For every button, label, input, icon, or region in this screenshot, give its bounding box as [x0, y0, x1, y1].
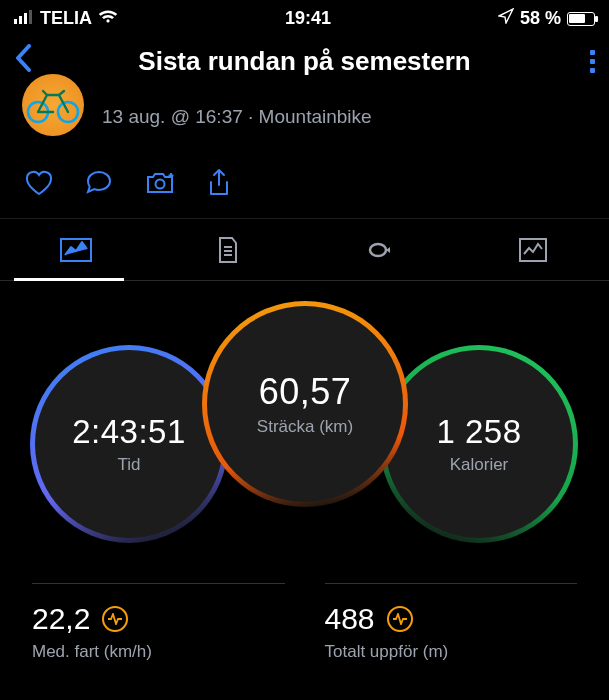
- ascent-value: 488: [325, 602, 375, 636]
- pulse-icon: [387, 606, 413, 632]
- svg-rect-1: [19, 16, 22, 24]
- document-icon: [215, 235, 241, 265]
- time-label: Tid: [118, 455, 141, 475]
- svg-point-6: [156, 180, 165, 189]
- avg-speed-value: 22,2: [32, 602, 90, 636]
- tab-details[interactable]: [152, 219, 304, 280]
- battery-label: 58 %: [520, 8, 561, 29]
- tab-charts[interactable]: [457, 219, 609, 280]
- distance-label: Sträcka (km): [257, 417, 353, 437]
- more-icon: [590, 50, 595, 73]
- avg-speed-label: Med. fart (km/h): [32, 642, 285, 662]
- overview-icon: [59, 237, 93, 263]
- activity-meta: 13 aug. @ 16:37 · Mountainbike: [0, 98, 609, 152]
- bike-icon: [25, 85, 81, 125]
- svg-rect-0: [14, 19, 17, 24]
- summary-circles: 2:43:51 Tid 60,57 Sträcka (km) 1 258 Kal…: [0, 301, 609, 561]
- comment-button[interactable]: [84, 168, 114, 198]
- circle-distance: 60,57 Sträcka (km): [202, 301, 408, 507]
- header: Sista rundan på semestern: [0, 33, 609, 98]
- loop-icon: [364, 238, 398, 262]
- like-button[interactable]: [24, 168, 54, 198]
- tab-overview[interactable]: [0, 219, 152, 280]
- clock-label: 19:41: [285, 8, 331, 29]
- location-icon: [498, 8, 514, 29]
- calories-label: Kalorier: [450, 455, 509, 475]
- calories-value: 1 258: [436, 413, 521, 451]
- action-bar: [0, 152, 609, 219]
- distance-value: 60,57: [259, 371, 352, 413]
- page-title: Sista rundan på semestern: [54, 46, 555, 77]
- activity-meta-text: 13 aug. @ 16:37 · Mountainbike: [102, 106, 372, 128]
- svg-rect-2: [24, 13, 27, 24]
- svg-rect-3: [29, 10, 32, 24]
- circle-time: 2:43:51 Tid: [30, 345, 228, 543]
- status-bar: TELIA 19:41 58 %: [0, 0, 609, 33]
- tab-laps[interactable]: [305, 219, 457, 280]
- circle-calories: 1 258 Kalorier: [380, 345, 578, 543]
- signal-icon: [14, 8, 34, 29]
- activity-avatar[interactable]: [22, 74, 84, 136]
- photo-button[interactable]: [144, 168, 176, 198]
- ascent-label: Totalt uppför (m): [325, 642, 578, 662]
- carrier-label: TELIA: [40, 8, 92, 29]
- time-value: 2:43:51: [72, 413, 186, 451]
- more-button[interactable]: [555, 50, 595, 73]
- svg-rect-8: [520, 239, 546, 261]
- wifi-icon: [98, 8, 118, 29]
- share-button[interactable]: [206, 168, 232, 198]
- pulse-icon: [102, 606, 128, 632]
- battery-icon: [567, 12, 595, 26]
- stat-ascent: 488 Totalt uppför (m): [325, 583, 578, 662]
- chart-icon: [518, 237, 548, 263]
- stats-row: 22,2 Med. fart (km/h) 488 Totalt uppför …: [0, 583, 609, 662]
- stat-avg-speed: 22,2 Med. fart (km/h): [32, 583, 285, 662]
- tab-bar: [0, 219, 609, 281]
